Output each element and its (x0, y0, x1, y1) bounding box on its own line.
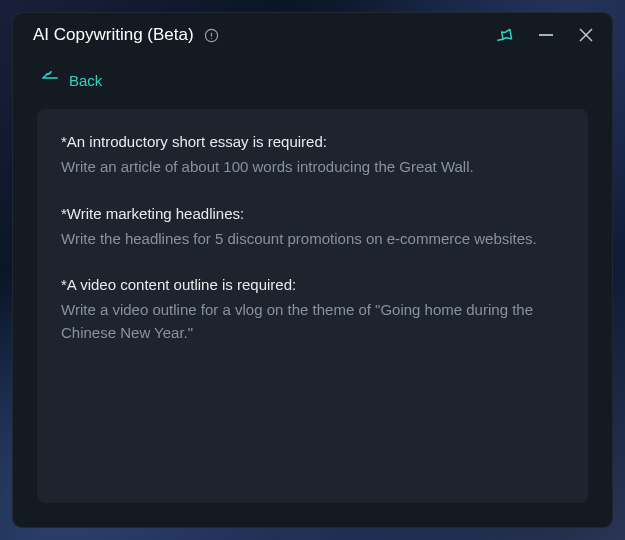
example-body: Write the headlines for 5 discount promo… (61, 228, 564, 251)
svg-point-2 (211, 37, 212, 38)
titlebar: AI Copywriting (Beta) (13, 13, 612, 53)
examples-panel: *An introductory short essay is required… (37, 109, 588, 503)
example-item: *A video content outline is required: Wr… (61, 276, 564, 344)
example-title: *An introductory short essay is required… (61, 133, 564, 150)
pin-icon[interactable] (496, 25, 516, 45)
back-button[interactable]: Back (13, 53, 612, 101)
back-label: Back (69, 72, 102, 89)
info-icon[interactable] (204, 27, 220, 43)
back-arrow-icon (41, 71, 59, 89)
example-body: Write an article of about 100 words intr… (61, 156, 564, 179)
example-body: Write a video outline for a vlog on the … (61, 299, 564, 344)
example-title: *Write marketing headlines: (61, 205, 564, 222)
close-button[interactable] (576, 25, 596, 45)
window-controls (496, 25, 596, 45)
example-item: *Write marketing headlines: Write the he… (61, 205, 564, 251)
app-window: AI Copywriting (Beta) (12, 12, 613, 528)
example-title: *A video content outline is required: (61, 276, 564, 293)
example-item: *An introductory short essay is required… (61, 133, 564, 179)
page-title: AI Copywriting (Beta) (33, 25, 194, 45)
minimize-button[interactable] (536, 25, 556, 45)
